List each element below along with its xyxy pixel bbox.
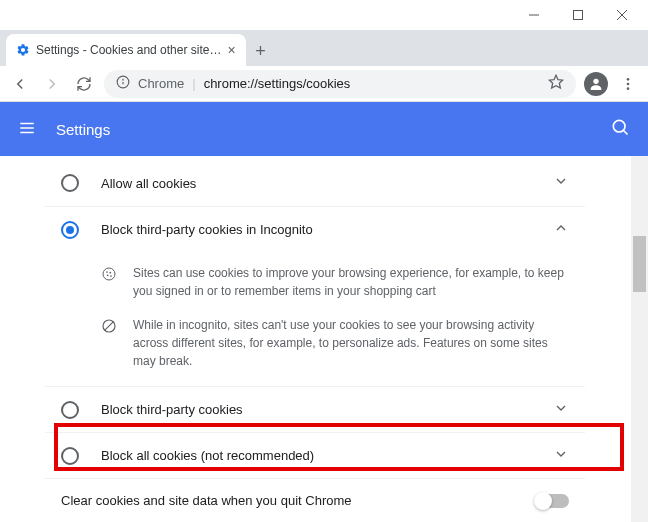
option-block-third-party[interactable]: Block third-party cookies (45, 386, 585, 432)
forward-button[interactable] (40, 72, 64, 96)
toolbar: Chrome | chrome://settings/cookies (0, 66, 648, 102)
site-info-icon[interactable] (116, 75, 130, 92)
chevron-down-icon[interactable] (553, 400, 569, 420)
svg-point-20 (107, 274, 109, 276)
svg-point-17 (103, 268, 115, 280)
profile-avatar[interactable] (584, 72, 608, 96)
address-bar[interactable]: Chrome | chrome://settings/cookies (104, 70, 576, 98)
svg-point-18 (106, 271, 108, 273)
radio-unselected[interactable] (61, 401, 79, 419)
chevron-down-icon[interactable] (553, 446, 569, 466)
back-button[interactable] (8, 72, 32, 96)
option-block-all[interactable]: Block all cookies (not recommended) (45, 432, 585, 478)
toggle-clear-on-exit[interactable]: Clear cookies and site data when you qui… (45, 478, 585, 522)
radio-unselected[interactable] (61, 447, 79, 465)
omnibox-prefix: Chrome (138, 76, 184, 91)
chevron-up-icon[interactable] (553, 220, 569, 240)
window-titlebar (0, 0, 648, 30)
svg-point-8 (593, 78, 598, 83)
new-tab-button[interactable]: + (246, 36, 276, 66)
settings-header: Settings (0, 102, 648, 156)
toggle-switch-off[interactable] (535, 494, 569, 508)
cookie-icon (101, 264, 119, 300)
browser-tab[interactable]: Settings - Cookies and other site… × (6, 34, 246, 66)
option-block-incognito[interactable]: Block third-party cookies in Incognito (45, 206, 585, 252)
scrollbar-track[interactable] (631, 156, 648, 522)
hamburger-icon[interactable] (18, 119, 38, 139)
radio-unselected[interactable] (61, 174, 79, 192)
bookmark-icon[interactable] (548, 74, 564, 93)
reload-button[interactable] (72, 72, 96, 96)
omnibox-url: chrome://settings/cookies (204, 76, 351, 91)
tab-strip: Settings - Cookies and other site… × + (0, 30, 648, 66)
scrollbar-thumb[interactable] (633, 236, 646, 292)
chevron-down-icon[interactable] (553, 173, 569, 193)
expanded-description: Sites can use cookies to improve your br… (45, 252, 585, 386)
svg-point-11 (627, 87, 630, 90)
svg-point-21 (110, 275, 112, 277)
svg-point-6 (123, 79, 124, 80)
svg-line-16 (624, 131, 628, 135)
close-tab-icon[interactable]: × (227, 42, 235, 58)
gear-icon (16, 43, 30, 57)
svg-point-10 (627, 82, 630, 85)
settings-panel: Allow all cookies Block third-party cook… (45, 156, 585, 522)
svg-marker-7 (549, 75, 562, 88)
svg-rect-1 (574, 11, 583, 20)
tab-title: Settings - Cookies and other site… (36, 43, 221, 57)
svg-line-23 (104, 321, 113, 330)
maximize-button[interactable] (556, 1, 600, 29)
svg-point-15 (613, 120, 625, 132)
menu-icon[interactable] (616, 72, 640, 96)
minimize-button[interactable] (512, 1, 556, 29)
block-icon (101, 316, 119, 370)
option-allow-all[interactable]: Allow all cookies (45, 160, 585, 206)
page-title: Settings (56, 121, 110, 138)
search-icon[interactable] (610, 117, 630, 141)
radio-selected[interactable] (61, 221, 79, 239)
svg-point-19 (109, 272, 111, 274)
svg-point-9 (627, 78, 630, 81)
close-window-button[interactable] (600, 1, 644, 29)
